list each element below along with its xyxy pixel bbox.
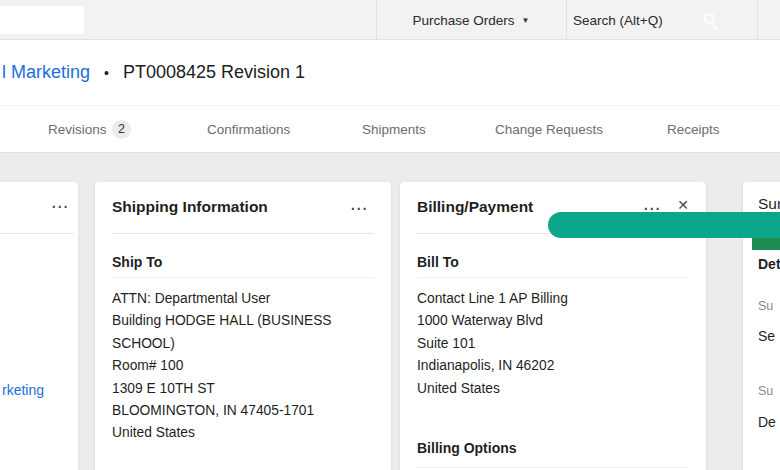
divider <box>417 467 689 468</box>
tab-bar: Revisions 2 Confirmations Shipments Chan… <box>0 105 780 153</box>
divider <box>112 277 374 278</box>
search-shortcut-label: Search (Alt+Q) <box>573 13 663 28</box>
address-line: United States <box>417 378 689 400</box>
top-bar: Purchase Orders ▼ Search (Alt+Q) <box>0 0 780 40</box>
summary-title: Summary <box>758 195 780 213</box>
left-card-partial: ⋯ rketing <box>0 182 78 470</box>
summary-field-label: Su <box>758 384 773 398</box>
divider <box>112 233 374 234</box>
ship-to-heading: Ship To <box>112 254 162 270</box>
address-line: ATTN: Departmental User <box>112 288 374 310</box>
shipping-card-title: Shipping Information <box>112 198 268 216</box>
search-icon[interactable] <box>704 13 715 24</box>
breadcrumb-link[interactable]: l Marketing <box>2 62 90 83</box>
tab-confirmations[interactable]: Confirmations <box>207 122 290 137</box>
billing-card-title: Billing/Payment <box>417 198 533 216</box>
address-line: Room# 100 <box>112 355 374 377</box>
topbar-divider <box>757 0 758 39</box>
page-header: l Marketing • PT0008425 Revision 1 <box>0 40 780 105</box>
close-icon[interactable]: ✕ <box>677 197 689 213</box>
purchase-orders-menu-label: Purchase Orders <box>413 13 515 28</box>
summary-field-label: Su <box>758 299 773 313</box>
shipping-information-card: Shipping Information ⋯ Ship To ATTN: Dep… <box>95 182 391 470</box>
logo-placeholder <box>0 6 84 34</box>
card-menu-icon[interactable]: ⋯ <box>51 198 69 215</box>
divider <box>0 233 74 234</box>
page-title: PT0008425 Revision 1 <box>123 62 305 83</box>
search-shortcut[interactable]: Search (Alt+Q) <box>573 0 663 40</box>
breadcrumb-separator: • <box>104 65 109 81</box>
purchase-orders-menu[interactable]: Purchase Orders ▼ <box>376 0 566 40</box>
bill-to-address: Contact Line 1 AP Billing 1000 Waterway … <box>417 288 689 400</box>
tab-receipts[interactable]: Receipts <box>667 122 720 137</box>
details-heading: Details <box>758 256 780 272</box>
address-line: Building HODGE HALL (BUSINESS SCHOOL) <box>112 310 374 355</box>
summary-field-value: De <box>758 414 776 430</box>
billing-options-heading: Billing Options <box>417 440 517 456</box>
highlight-pill <box>548 212 780 238</box>
tab-shipments[interactable]: Shipments <box>362 122 426 137</box>
address-line: United States <box>112 422 374 444</box>
ship-to-address: ATTN: Departmental User Building HODGE H… <box>112 288 374 445</box>
address-line: BLOOMINGTON, IN 47405-1701 <box>112 400 374 422</box>
summary-field-value: Se <box>758 328 775 344</box>
department-link-partial[interactable]: rketing <box>2 382 44 398</box>
tab-change-requests[interactable]: Change Requests <box>495 122 603 137</box>
address-line: 1309 E 10TH ST <box>112 378 374 400</box>
chevron-down-icon: ▼ <box>522 17 530 25</box>
topbar-divider <box>566 0 567 39</box>
divider <box>417 277 689 278</box>
highlight-strip <box>752 237 780 250</box>
address-line: Suite 101 <box>417 333 689 355</box>
bill-to-heading: Bill To <box>417 254 459 270</box>
address-line: Indianapolis, IN 46202 <box>417 355 689 377</box>
tab-revisions[interactable]: Revisions <box>48 122 107 137</box>
content-area: ⋯ rketing Shipping Information ⋯ Ship To… <box>0 153 780 470</box>
address-line: Contact Line 1 AP Billing <box>417 288 689 310</box>
revisions-count-badge: 2 <box>112 120 131 139</box>
address-line: 1000 Waterway Blvd <box>417 310 689 332</box>
card-menu-icon[interactable]: ⋯ <box>350 200 368 217</box>
